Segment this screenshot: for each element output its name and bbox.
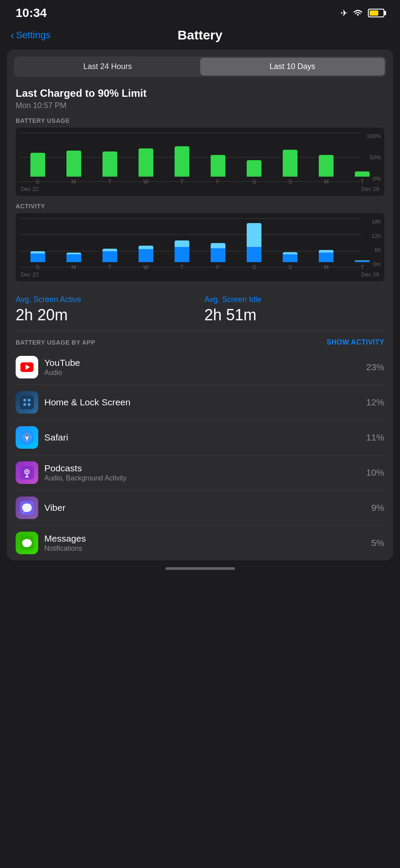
app-list-item[interactable]: YouTubeAudio23% <box>16 350 384 385</box>
bar-day-label: W <box>143 264 149 270</box>
app-percentage: 11% <box>366 432 384 443</box>
bar-day-label: M <box>71 178 76 185</box>
battery-icon <box>368 9 384 17</box>
app-list-item[interactable]: PodcastsAudio, Background Activity10% <box>16 455 384 490</box>
bar-day-label: F <box>216 264 220 270</box>
activity-bar-bottom <box>66 254 81 262</box>
bar-day-label: S <box>288 264 292 270</box>
app-list-item[interactable]: Home & Lock Screen12% <box>16 385 384 420</box>
activity-bar-group: S <box>274 218 307 270</box>
app-name: YouTube <box>44 358 366 368</box>
app-activity: Audio <box>44 369 366 377</box>
usage-by-app-header: BATTERY USAGE BY APP SHOW ACTIVITY <box>7 332 393 350</box>
app-name: Podcasts <box>44 463 366 473</box>
activity-bar-bottom <box>30 253 45 262</box>
app-percentage: 9% <box>371 503 384 513</box>
battery-bar-group: T <box>165 146 198 185</box>
show-activity-button[interactable]: SHOW ACTIVITY <box>327 339 384 346</box>
bar-day-label: F <box>216 178 220 185</box>
app-icon-podcasts <box>16 461 38 484</box>
status-time: 10:34 <box>16 6 47 20</box>
svg-point-15 <box>26 471 28 473</box>
segment-control: Last 24 Hours Last 10 Days <box>14 56 386 77</box>
battery-date-1: Dec 22 <box>21 186 39 192</box>
bar-day-label: T <box>360 178 364 185</box>
bar-day-label: T <box>108 178 112 185</box>
battery-bars: SMTWTFSSMT <box>19 133 381 185</box>
status-bar: 10:34 ✈ <box>0 0 400 24</box>
activity-bar-bottom <box>283 254 298 262</box>
bar-day-label: M <box>71 264 76 270</box>
status-icons: ✈ <box>340 8 384 18</box>
app-name: Viber <box>44 503 371 513</box>
avg-screen-idle-label: Avg. Screen Idle <box>205 295 385 304</box>
app-list-item[interactable]: MessagesNotifications5% <box>16 526 384 560</box>
svg-rect-4 <box>28 399 30 401</box>
activity-bar-bottom <box>247 247 261 262</box>
app-info: MessagesNotifications <box>44 533 371 552</box>
svg-rect-2 <box>20 395 34 409</box>
avg-screen-active: Avg. Screen Active 2h 20m <box>16 295 196 324</box>
segment-last-10d[interactable]: Last 10 Days <box>200 58 385 76</box>
activity-bar-bottom <box>175 247 189 262</box>
bar-day-label: S <box>252 264 256 270</box>
app-list-item[interactable]: Viber9% <box>16 490 384 526</box>
activity-bar-stack <box>165 240 198 262</box>
activity-bar-bottom <box>319 253 334 262</box>
app-activity: Audio, Background Activity <box>44 474 366 482</box>
app-name: Safari <box>44 432 366 443</box>
usage-by-app-label: BATTERY USAGE BY APP <box>16 339 95 346</box>
app-icon-youtube <box>16 356 38 378</box>
app-percentage: 12% <box>366 397 384 408</box>
battery-bar <box>355 171 370 177</box>
svg-rect-3 <box>23 399 26 401</box>
app-percentage: 10% <box>366 467 384 478</box>
activity-bar-group: F <box>201 218 235 270</box>
avg-stats: Avg. Screen Active 2h 20m Avg. Screen Id… <box>7 288 393 331</box>
avg-screen-active-value: 2h 20m <box>16 306 196 324</box>
battery-bar-group: M <box>57 151 90 185</box>
activity-bar-group: S <box>21 218 54 270</box>
bar-day-label: T <box>180 264 184 270</box>
app-info: Home & Lock Screen <box>44 397 366 408</box>
bar-day-label: M <box>324 264 329 270</box>
segment-last-24h[interactable]: Last 24 Hours <box>15 58 200 76</box>
activity-bar-group: S <box>238 218 271 270</box>
activity-bar-stack <box>310 250 343 262</box>
battery-usage-chart: 100% 50% 0% SMTWTFSSMT Dec 22 Dec 29 <box>16 128 384 196</box>
activity-date-1: Dec 22 <box>21 271 39 278</box>
battery-bar <box>283 150 298 177</box>
activity-label: ACTIVITY <box>16 203 384 210</box>
home-bar <box>165 567 235 570</box>
battery-dates: Dec 22 Dec 29 <box>19 186 381 192</box>
activity-bar-stack <box>346 260 379 262</box>
app-icon-viber <box>16 496 38 519</box>
app-list-item[interactable]: Safari11% <box>16 420 384 455</box>
battery-bar <box>66 151 81 177</box>
activity-bar-group: T <box>93 218 126 270</box>
activity-bars: SMTWTFSSMT <box>19 218 381 270</box>
bar-day-label: S <box>36 264 40 270</box>
battery-bar <box>247 160 261 177</box>
bar-day-label: S <box>36 178 40 185</box>
app-info: Safari <box>44 432 366 443</box>
activity-bar-top <box>175 240 189 247</box>
activity-bar-bottom <box>102 251 117 262</box>
back-button[interactable]: ‹ Settings <box>10 30 50 41</box>
activity-bar-stack <box>201 243 235 262</box>
app-info: Viber <box>44 503 371 513</box>
activity-bar-stack <box>93 249 126 262</box>
app-icon-safari <box>16 426 38 449</box>
bar-day-label: T <box>180 178 184 185</box>
svg-rect-6 <box>28 403 30 406</box>
activity-bar-bottom <box>139 249 153 262</box>
battery-bar-group: S <box>21 153 54 185</box>
bar-day-label: M <box>324 178 329 185</box>
back-label: Settings <box>16 30 51 41</box>
activity-bar-group: T <box>165 218 198 270</box>
app-list: YouTubeAudio23%Home & Lock Screen12%Safa… <box>7 350 393 560</box>
app-percentage: 5% <box>371 538 384 548</box>
app-name: Home & Lock Screen <box>44 397 366 408</box>
bar-day-label: W <box>143 178 149 185</box>
last-charged-time: Mon 10:57 PM <box>16 101 384 110</box>
